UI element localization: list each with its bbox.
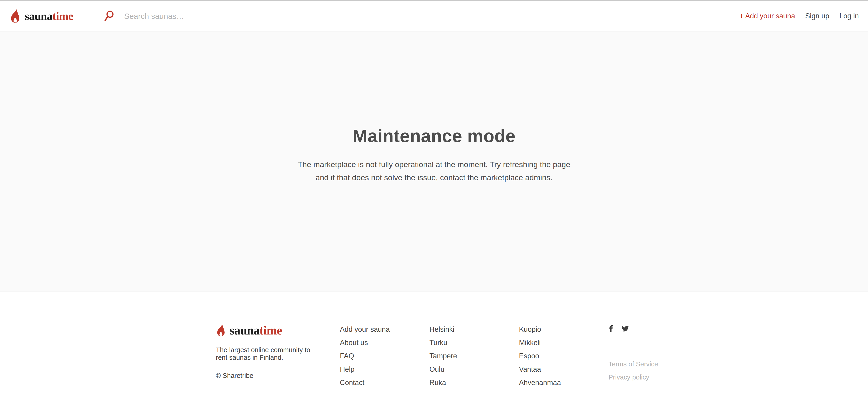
top-bar: saunatime + Add your sauna Sign up Log i… — [0, 1, 868, 31]
list-item: Helsinki — [429, 325, 519, 334]
privacy-policy-link[interactable]: Privacy policy — [609, 373, 658, 381]
list-item: Kuopio — [519, 325, 609, 334]
header-nav: + Add your sauna Sign up Log in — [739, 1, 868, 31]
list-item: Add your sauna — [340, 325, 429, 334]
footer-link-helsinki[interactable]: Helsinki — [429, 325, 455, 333]
list-item: FAQ — [340, 352, 429, 361]
maintenance-section: Maintenance mode The marketplace is not … — [0, 31, 868, 291]
maintenance-message: The marketplace is not fully operational… — [298, 158, 570, 184]
footer-links-column-cities-2: Kuopio Mikkeli Espoo Vantaa Ahvenanmaa — [519, 323, 609, 392]
footer-social-legal-column: Terms of Service Privacy policy — [609, 323, 658, 387]
maintenance-message-line-1: The marketplace is not fully operational… — [298, 158, 570, 171]
list-item: Contact — [340, 378, 429, 387]
twitter-icon — [622, 325, 629, 332]
footer-link-about-us[interactable]: About us — [340, 339, 368, 347]
flame-icon — [216, 324, 226, 337]
list-item: Vantaa — [519, 365, 609, 374]
logo-text-secondary: time — [259, 324, 282, 337]
twitter-link[interactable] — [622, 325, 629, 332]
footer-link-contact[interactable]: Contact — [340, 378, 365, 387]
list-item: About us — [340, 338, 429, 347]
footer-link-ruka[interactable]: Ruka — [429, 378, 446, 387]
facebook-icon — [609, 325, 613, 332]
footer-link-oulu[interactable]: Oulu — [429, 365, 444, 373]
list-item: Ruka — [429, 378, 519, 387]
flame-icon — [10, 9, 21, 23]
logo-wordmark: saunatime — [229, 323, 282, 337]
list-item: Mikkeli — [519, 338, 609, 347]
legal-links: Terms of Service Privacy policy — [609, 361, 658, 381]
logo-text-primary: sauna — [229, 324, 259, 337]
footer-links-column-cities-1: Helsinki Turku Tampere Oulu Ruka — [429, 323, 519, 392]
footer-link-kuopio[interactable]: Kuopio — [519, 325, 541, 333]
footer-link-mikkeli[interactable]: Mikkeli — [519, 339, 541, 347]
footer-link-espoo[interactable]: Espoo — [519, 352, 539, 360]
logo[interactable]: saunatime — [0, 1, 88, 31]
logo-wordmark: saunatime — [25, 9, 73, 23]
list-item: Oulu — [429, 365, 519, 374]
footer-link-add-your-sauna[interactable]: Add your sauna — [340, 325, 390, 333]
terms-of-service-link[interactable]: Terms of Service — [609, 361, 658, 368]
footer-link-faq[interactable]: FAQ — [340, 352, 354, 360]
list-item: Espoo — [519, 352, 609, 361]
footer-tagline: The largest online community to rent sau… — [216, 346, 317, 361]
footer-link-help[interactable]: Help — [340, 365, 354, 373]
footer-link-vantaa[interactable]: Vantaa — [519, 365, 541, 373]
maintenance-message-line-2: and if that does not solve the issue, co… — [298, 171, 570, 184]
log-in-link[interactable]: Log in — [839, 12, 859, 20]
facebook-link[interactable] — [609, 325, 613, 332]
page-title: Maintenance mode — [352, 127, 516, 145]
logo-text-primary: sauna — [25, 10, 52, 23]
list-item: Ahvenanmaa — [519, 378, 609, 387]
footer-link-ahvenanmaa[interactable]: Ahvenanmaa — [519, 378, 561, 387]
social-links — [609, 325, 658, 332]
footer-links-column-site: Add your sauna About us FAQ Help Contact — [340, 323, 429, 392]
footer-logo[interactable]: saunatime — [216, 323, 340, 337]
logo-text-secondary: time — [52, 10, 73, 23]
footer: saunatime The largest online community t… — [0, 291, 868, 399]
search-bar — [88, 1, 739, 31]
list-item: Turku — [429, 338, 519, 347]
footer-link-tampere[interactable]: Tampere — [429, 352, 457, 360]
sign-up-link[interactable]: Sign up — [805, 12, 829, 20]
search-icon — [104, 10, 115, 22]
list-item: Help — [340, 365, 429, 374]
add-your-sauna-link[interactable]: + Add your sauna — [739, 12, 795, 20]
footer-copyright: © Sharetribe — [216, 372, 340, 379]
search-input[interactable] — [124, 12, 331, 21]
footer-link-turku[interactable]: Turku — [429, 339, 447, 347]
footer-brand-column: saunatime The largest online community t… — [216, 323, 340, 379]
list-item: Tampere — [429, 352, 519, 361]
